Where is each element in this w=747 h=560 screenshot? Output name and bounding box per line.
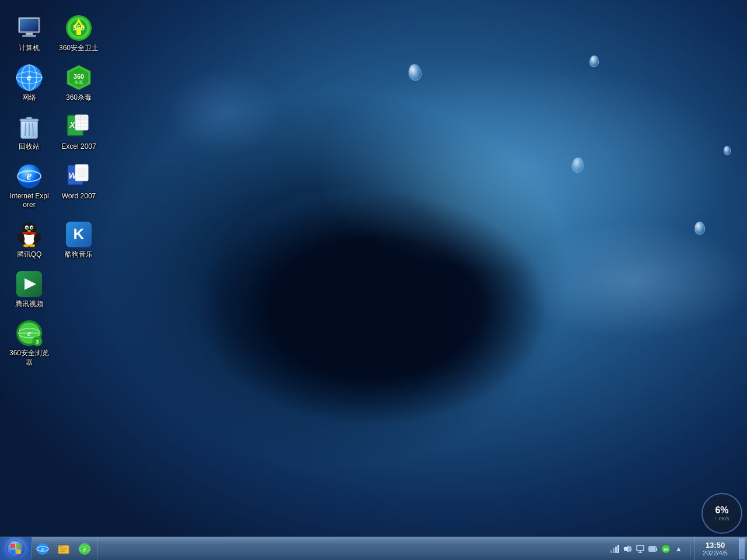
icon-row-2: 回收站 X Excel 200 xyxy=(6,110,102,160)
speed-unit: ↑ 0K/s xyxy=(714,516,729,522)
desktop-icon-computer[interactable]: 计算机 xyxy=(6,12,53,55)
desktop-icon-ie[interactable]: e Internet Explorer xyxy=(6,160,53,212)
start-orb xyxy=(7,540,25,558)
desktop-icon-qq[interactable]: 腾讯QQ xyxy=(6,218,53,262)
svg-rect-78 xyxy=(16,550,21,554)
svg-rect-60 xyxy=(22,232,36,235)
svg-rect-23 xyxy=(26,117,32,120)
computer-icon-img xyxy=(15,14,43,42)
svg-rect-42 xyxy=(75,164,88,181)
word-svg: W xyxy=(65,162,93,190)
systray-power-icon[interactable] xyxy=(647,543,659,555)
svg-rect-99 xyxy=(656,548,657,551)
taskbar-360-svg: e xyxy=(78,542,91,555)
svg-text:X: X xyxy=(69,120,76,130)
desktop-icon-recyclebin[interactable]: 回收站 xyxy=(6,110,53,154)
excel-svg: X xyxy=(65,113,93,141)
360browser-label: 360安全浏览器 xyxy=(8,349,50,367)
clock-time: 13:50 xyxy=(706,541,725,550)
svg-rect-2 xyxy=(20,19,39,32)
svg-text:360: 360 xyxy=(664,548,669,551)
tencentvideo-svg xyxy=(15,270,43,298)
svg-text:W: W xyxy=(68,171,77,180)
quick-launch-area: e e xyxy=(32,537,98,561)
svg-rect-83 xyxy=(58,545,63,547)
taskbar-360browser-icon[interactable]: e xyxy=(74,538,95,559)
ie-svg: e xyxy=(15,162,43,190)
taskbar-ie-icon[interactable]: e xyxy=(32,538,53,559)
svg-line-26 xyxy=(33,123,33,136)
360safe-label: 360安全卫士 xyxy=(58,44,100,53)
svg-text:360: 360 xyxy=(74,73,84,80)
speed-direction: ↑ xyxy=(714,516,717,522)
word-label: Word 2007 xyxy=(58,192,100,201)
desktop-icon-word[interactable]: W Word 2007 xyxy=(55,160,102,204)
svg-point-58 xyxy=(23,244,29,247)
desktop: 计算机 360 360安全卫士 xyxy=(0,0,747,560)
speed-meter-widget[interactable]: 6% ↑ 0K/s xyxy=(701,493,742,534)
svg-rect-92 xyxy=(615,547,617,553)
360browser-svg: e 3 xyxy=(15,319,43,347)
waterdrop-4 xyxy=(571,157,584,174)
svg-text:3: 3 xyxy=(36,339,39,345)
taskbar-explorer-icon[interactable] xyxy=(53,538,74,559)
svg-text:e: e xyxy=(41,546,44,552)
desktop-icon-360browser[interactable]: e 3 360安全浏览器 xyxy=(6,317,53,369)
wanglu-icon-img: e xyxy=(15,64,43,92)
svg-rect-85 xyxy=(60,550,66,551)
desktop-icon-tencentvideo[interactable]: 腾讯视频 xyxy=(6,268,53,312)
show-desktop-button[interactable] xyxy=(739,538,745,559)
360safe-svg: 360 xyxy=(65,14,93,42)
svg-rect-75 xyxy=(11,544,15,548)
word-icon-img: W xyxy=(65,162,93,190)
desktop-icon-360antivirus[interactable]: 360 杀毒 360杀毒 xyxy=(55,61,102,105)
kugou-icon-img: K xyxy=(65,220,93,249)
svg-rect-76 xyxy=(16,544,21,548)
360browser-icon-img: e 3 xyxy=(15,319,43,347)
kugou-label: 酷狗音乐 xyxy=(58,250,100,260)
svg-point-55 xyxy=(27,230,31,232)
systray-network-icon[interactable] xyxy=(609,543,620,555)
svg-point-53 xyxy=(26,227,28,229)
systray-security-icon[interactable] xyxy=(634,543,646,555)
svg-text:e: e xyxy=(83,546,86,552)
clock-area[interactable]: 13:50 2022/4/5 xyxy=(694,537,735,561)
desktop-icon-360safe[interactable]: 360 360安全卫士 xyxy=(55,12,102,55)
svg-rect-30 xyxy=(75,115,88,120)
systray-separator xyxy=(690,541,691,557)
svg-line-24 xyxy=(25,123,26,136)
360antivirus-icon-img: 360 杀毒 xyxy=(65,64,93,92)
svg-rect-93 xyxy=(617,545,619,553)
kugou-svg: K xyxy=(65,220,93,249)
svg-text:杀毒: 杀毒 xyxy=(74,80,83,85)
waterdrop-1 xyxy=(407,63,423,81)
tencentvideo-icon-img xyxy=(15,270,43,298)
speed-percent: 6% xyxy=(715,505,728,516)
desktop-icon-wanglu[interactable]: e 网络 xyxy=(6,61,53,105)
360antivirus-label: 360杀毒 xyxy=(58,93,100,103)
taskbar-explorer-svg xyxy=(57,542,70,555)
security-icon-svg xyxy=(636,544,645,554)
start-button[interactable] xyxy=(0,537,32,561)
systray-expand-icon[interactable]: ▲ xyxy=(673,543,685,555)
excel-icon-img: X xyxy=(65,113,93,141)
svg-point-59 xyxy=(29,244,35,247)
recyclebin-svg xyxy=(15,113,43,141)
svg-rect-4 xyxy=(22,35,36,37)
svg-marker-94 xyxy=(624,545,629,552)
qq-svg xyxy=(15,220,43,249)
icon-row-3: e Internet Explorer W xyxy=(6,160,102,218)
excel-label: Excel 2007 xyxy=(58,142,100,152)
360safe-icon-img: 360 xyxy=(65,14,93,42)
qq-icon-img xyxy=(15,220,43,249)
tencentvideo-label: 腾讯视频 xyxy=(8,300,50,309)
svg-text:e: e xyxy=(27,329,31,338)
desktop-icon-excel[interactable]: X Excel 2007 xyxy=(55,110,102,154)
system-tray: 360 ▲ 13:50 2022/4/5 xyxy=(606,537,747,561)
desktop-icon-kugou[interactable]: K 酷狗音乐 xyxy=(55,218,102,262)
icon-row-1: e 网络 360 杀毒 360杀毒 xyxy=(6,61,102,111)
systray-360-icon[interactable]: 360 xyxy=(660,543,672,555)
svg-rect-90 xyxy=(610,550,612,553)
systray-sound-icon[interactable] xyxy=(622,543,633,555)
computer-svg xyxy=(15,14,43,42)
